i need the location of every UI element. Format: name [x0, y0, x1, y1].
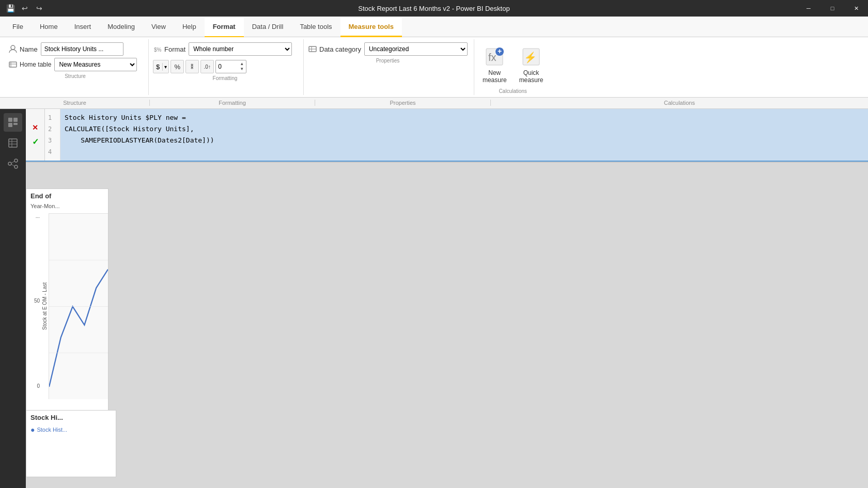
new-measure-label: New measure	[483, 69, 507, 84]
properties-header: Properties	[315, 100, 491, 106]
svg-text:⚡: ⚡	[524, 51, 537, 64]
line-numbers: 1 2 3 4	[45, 109, 60, 161]
properties-section-label: Properties	[308, 56, 468, 64]
save-btn[interactable]: 💾	[4, 2, 17, 14]
line-num-4: 4	[48, 146, 57, 158]
visual-2-legend-label: Stock Hist...	[37, 427, 67, 433]
nav-report[interactable]	[4, 113, 22, 132]
y-axis-labels: ... 50 0	[26, 213, 42, 399]
tab-home[interactable]: Home	[32, 17, 66, 37]
window-controls: ─ □ ✕	[797, 0, 868, 17]
format-icon: $%	[153, 44, 162, 54]
quick-access-toolbar: 💾 ↩ ↪	[0, 0, 45, 17]
data-category-icon	[308, 44, 317, 54]
ribbon-tabs: File Home Insert Modeling View Help Form…	[0, 17, 868, 37]
visual-2-title: Stock Hi...	[26, 411, 116, 424]
visual-1[interactable]: End of Year-Mon... ... 50 0 Stock at E O…	[26, 188, 109, 426]
svg-line-21	[11, 161, 14, 163]
tab-table-tools[interactable]: Table tools	[291, 17, 340, 37]
svg-rect-11	[13, 118, 18, 122]
new-measure-icon: fx +	[484, 46, 505, 67]
tab-view[interactable]: View	[143, 17, 174, 37]
undo-btn[interactable]: ↩	[19, 2, 31, 14]
title-bar: 💾 ↩ ↪ Stock Report Last 6 Months v2 - Po…	[0, 0, 868, 17]
svg-rect-13	[13, 123, 18, 125]
tab-format[interactable]: Format	[205, 17, 244, 37]
main-area: ✕ ✓ 1 2 3 4 Stock History Units $PLY new…	[0, 109, 868, 488]
y-axis-top: ...	[28, 213, 40, 219]
tab-file[interactable]: File	[4, 17, 32, 37]
quick-measure-label: Quick measure	[519, 69, 544, 84]
tab-data-drill[interactable]: Data / Drill	[244, 17, 292, 37]
tab-modeling[interactable]: Modeling	[99, 17, 143, 37]
calculations-group: fx + New measure ⚡	[474, 39, 555, 95]
svg-rect-14	[9, 139, 17, 147]
svg-point-18	[8, 162, 11, 165]
svg-text:$%: $%	[154, 47, 162, 53]
formula-editor[interactable]: Stock History Units $PLY new = CALCULATE…	[60, 109, 868, 161]
report-canvas: End of Year-Mon... ... 50 0 Stock at E O…	[26, 163, 868, 488]
svg-text:+: +	[498, 47, 502, 55]
line-num-1: 1	[48, 112, 57, 123]
data-category-label: Data category	[308, 44, 361, 54]
formatting-section-label: Formatting	[153, 73, 297, 81]
minimize-btn[interactable]: ─	[797, 0, 820, 17]
svg-rect-10	[8, 118, 12, 122]
ribbon-content: Name Home table New Measures Dates Dates…	[0, 37, 868, 98]
decimal-spinner[interactable]: ▲ ▼	[240, 61, 244, 72]
svg-point-0	[11, 45, 15, 50]
svg-rect-1	[9, 62, 17, 67]
sections-header: Structure Formatting Properties Calculat…	[0, 98, 868, 109]
dollar-btn[interactable]: $	[153, 63, 163, 71]
y-axis-title: Stock at E OM - Last	[42, 213, 48, 399]
nav-model[interactable]	[4, 154, 22, 173]
dollar-btn-group[interactable]: $ ▾	[153, 60, 169, 73]
tab-help[interactable]: Help	[174, 17, 205, 37]
tab-insert[interactable]: Insert	[66, 17, 100, 37]
formatting-group: $% Format Whole number Decimal number Fi…	[149, 39, 304, 95]
svg-point-20	[14, 165, 18, 168]
svg-point-19	[14, 159, 18, 162]
percent-btn[interactable]: %	[171, 60, 184, 73]
home-table-select[interactable]: New Measures Dates Dates2 Stock History	[54, 58, 137, 71]
calculations-section-label: Calculations	[478, 86, 547, 94]
chart-body	[49, 213, 108, 399]
data-category-select[interactable]: Uncategorized Web URL Image URL Barcode	[364, 42, 468, 56]
svg-rect-12	[8, 123, 12, 127]
name-input[interactable]	[41, 42, 123, 56]
visual-2-legend: ● Stock Hist...	[26, 424, 116, 435]
y-axis-mid: 50	[28, 298, 40, 304]
visual-1-title: End of	[26, 189, 108, 203]
redo-btn[interactable]: ↪	[33, 2, 45, 14]
window-title: Stock Report Last 6 Months v2 - Power BI…	[358, 5, 509, 12]
nav-data[interactable]	[4, 134, 22, 152]
dollar-dropdown-arrow[interactable]: ▾	[163, 64, 168, 70]
formula-cancel-btn[interactable]: ✕	[29, 121, 41, 134]
visual-1-subtitle: Year-Mon...	[26, 203, 108, 209]
line-num-3: 3	[48, 135, 57, 146]
maximize-btn[interactable]: □	[820, 0, 844, 17]
visual-2[interactable]: Stock Hi... ● Stock Hist...	[26, 410, 116, 477]
calculations-header: Calculations	[491, 100, 868, 106]
name-label: Name	[8, 44, 38, 54]
tab-measure-tools[interactable]: Measure tools	[340, 17, 402, 37]
formula-confirm-btn[interactable]: ✓	[29, 136, 41, 148]
line-num-2: 2	[48, 123, 57, 135]
decimal-input[interactable]: 0 ▲ ▼	[215, 60, 246, 73]
format-select[interactable]: Whole number Decimal number Fixed decima…	[189, 42, 292, 56]
close-btn[interactable]: ✕	[844, 0, 868, 17]
formatting-header: Formatting	[150, 100, 315, 106]
decimal-increase-btn[interactable]: .0↑	[200, 60, 214, 73]
svg-text:fx: fx	[488, 52, 497, 63]
name-icon	[8, 44, 18, 54]
quick-measure-icon: ⚡	[521, 46, 541, 67]
comma-btn[interactable]: ⁑	[185, 60, 199, 73]
y-axis-bottom: 0	[28, 383, 40, 389]
new-measure-btn[interactable]: fx + New measure	[478, 44, 511, 86]
svg-line-22	[11, 164, 14, 166]
home-table-icon	[8, 60, 18, 69]
format-label: $% Format	[153, 44, 185, 54]
structure-section-label: Structure	[8, 71, 142, 79]
home-table-label: Home table	[8, 60, 51, 69]
quick-measure-btn[interactable]: ⚡ Quick measure	[515, 44, 548, 86]
